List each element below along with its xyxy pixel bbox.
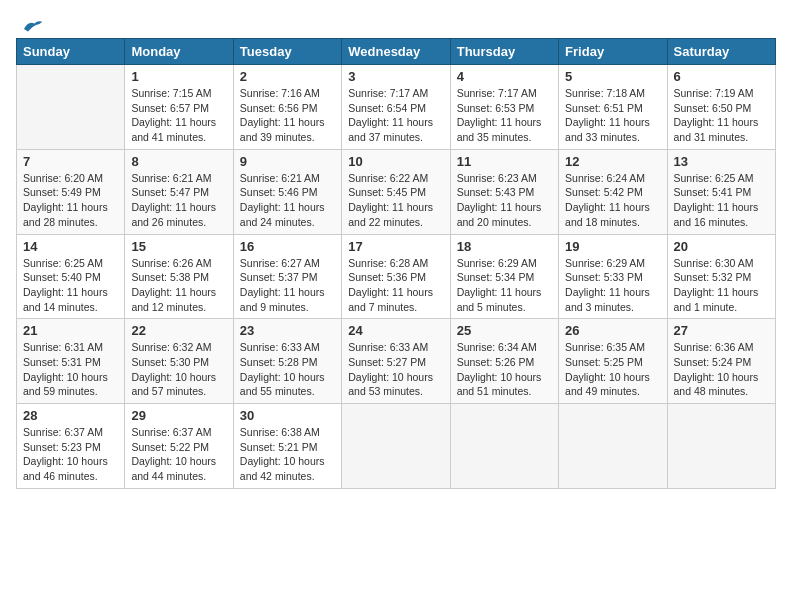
calendar-cell: 27Sunrise: 6:36 AMSunset: 5:24 PMDayligh… — [667, 319, 775, 404]
calendar-day-header: Tuesday — [233, 39, 341, 65]
day-info: Sunrise: 6:30 AMSunset: 5:32 PMDaylight:… — [674, 256, 769, 315]
calendar-week-row: 7Sunrise: 6:20 AMSunset: 5:49 PMDaylight… — [17, 149, 776, 234]
calendar-day-header: Friday — [559, 39, 667, 65]
calendar-cell: 12Sunrise: 6:24 AMSunset: 5:42 PMDayligh… — [559, 149, 667, 234]
day-info: Sunrise: 6:29 AMSunset: 5:34 PMDaylight:… — [457, 256, 552, 315]
day-info: Sunrise: 7:17 AMSunset: 6:54 PMDaylight:… — [348, 86, 443, 145]
calendar-cell — [342, 404, 450, 489]
calendar-cell: 21Sunrise: 6:31 AMSunset: 5:31 PMDayligh… — [17, 319, 125, 404]
day-info: Sunrise: 7:19 AMSunset: 6:50 PMDaylight:… — [674, 86, 769, 145]
day-number: 24 — [348, 323, 443, 338]
day-number: 10 — [348, 154, 443, 169]
calendar-cell: 29Sunrise: 6:37 AMSunset: 5:22 PMDayligh… — [125, 404, 233, 489]
calendar-day-header: Wednesday — [342, 39, 450, 65]
calendar-day-header: Sunday — [17, 39, 125, 65]
day-info: Sunrise: 6:35 AMSunset: 5:25 PMDaylight:… — [565, 340, 660, 399]
day-number: 6 — [674, 69, 769, 84]
day-info: Sunrise: 6:29 AMSunset: 5:33 PMDaylight:… — [565, 256, 660, 315]
calendar-cell — [450, 404, 558, 489]
day-number: 19 — [565, 239, 660, 254]
calendar-cell: 22Sunrise: 6:32 AMSunset: 5:30 PMDayligh… — [125, 319, 233, 404]
calendar-cell: 23Sunrise: 6:33 AMSunset: 5:28 PMDayligh… — [233, 319, 341, 404]
day-info: Sunrise: 6:25 AMSunset: 5:41 PMDaylight:… — [674, 171, 769, 230]
day-info: Sunrise: 7:18 AMSunset: 6:51 PMDaylight:… — [565, 86, 660, 145]
calendar-cell: 7Sunrise: 6:20 AMSunset: 5:49 PMDaylight… — [17, 149, 125, 234]
day-number: 25 — [457, 323, 552, 338]
day-number: 3 — [348, 69, 443, 84]
day-number: 28 — [23, 408, 118, 423]
calendar-cell: 16Sunrise: 6:27 AMSunset: 5:37 PMDayligh… — [233, 234, 341, 319]
day-info: Sunrise: 6:34 AMSunset: 5:26 PMDaylight:… — [457, 340, 552, 399]
calendar-week-row: 21Sunrise: 6:31 AMSunset: 5:31 PMDayligh… — [17, 319, 776, 404]
calendar-cell: 2Sunrise: 7:16 AMSunset: 6:56 PMDaylight… — [233, 65, 341, 150]
day-info: Sunrise: 6:27 AMSunset: 5:37 PMDaylight:… — [240, 256, 335, 315]
day-info: Sunrise: 6:25 AMSunset: 5:40 PMDaylight:… — [23, 256, 118, 315]
day-info: Sunrise: 6:33 AMSunset: 5:28 PMDaylight:… — [240, 340, 335, 399]
day-number: 29 — [131, 408, 226, 423]
day-info: Sunrise: 6:20 AMSunset: 5:49 PMDaylight:… — [23, 171, 118, 230]
calendar-cell: 14Sunrise: 6:25 AMSunset: 5:40 PMDayligh… — [17, 234, 125, 319]
calendar-cell — [667, 404, 775, 489]
day-info: Sunrise: 6:37 AMSunset: 5:23 PMDaylight:… — [23, 425, 118, 484]
day-info: Sunrise: 6:31 AMSunset: 5:31 PMDaylight:… — [23, 340, 118, 399]
page-header — [16, 16, 776, 30]
calendar-day-header: Thursday — [450, 39, 558, 65]
day-info: Sunrise: 7:17 AMSunset: 6:53 PMDaylight:… — [457, 86, 552, 145]
calendar-cell: 15Sunrise: 6:26 AMSunset: 5:38 PMDayligh… — [125, 234, 233, 319]
day-info: Sunrise: 7:15 AMSunset: 6:57 PMDaylight:… — [131, 86, 226, 145]
calendar-cell: 25Sunrise: 6:34 AMSunset: 5:26 PMDayligh… — [450, 319, 558, 404]
day-number: 21 — [23, 323, 118, 338]
day-number: 13 — [674, 154, 769, 169]
day-info: Sunrise: 6:36 AMSunset: 5:24 PMDaylight:… — [674, 340, 769, 399]
calendar-cell: 19Sunrise: 6:29 AMSunset: 5:33 PMDayligh… — [559, 234, 667, 319]
calendar-cell: 6Sunrise: 7:19 AMSunset: 6:50 PMDaylight… — [667, 65, 775, 150]
day-info: Sunrise: 6:23 AMSunset: 5:43 PMDaylight:… — [457, 171, 552, 230]
day-number: 18 — [457, 239, 552, 254]
day-number: 16 — [240, 239, 335, 254]
calendar-cell: 20Sunrise: 6:30 AMSunset: 5:32 PMDayligh… — [667, 234, 775, 319]
calendar-cell: 24Sunrise: 6:33 AMSunset: 5:27 PMDayligh… — [342, 319, 450, 404]
calendar-day-header: Saturday — [667, 39, 775, 65]
calendar-cell: 10Sunrise: 6:22 AMSunset: 5:45 PMDayligh… — [342, 149, 450, 234]
day-info: Sunrise: 6:37 AMSunset: 5:22 PMDaylight:… — [131, 425, 226, 484]
calendar-week-row: 1Sunrise: 7:15 AMSunset: 6:57 PMDaylight… — [17, 65, 776, 150]
day-number: 5 — [565, 69, 660, 84]
calendar-cell: 8Sunrise: 6:21 AMSunset: 5:47 PMDaylight… — [125, 149, 233, 234]
day-info: Sunrise: 6:32 AMSunset: 5:30 PMDaylight:… — [131, 340, 226, 399]
logo — [16, 16, 44, 30]
day-number: 20 — [674, 239, 769, 254]
calendar-cell: 11Sunrise: 6:23 AMSunset: 5:43 PMDayligh… — [450, 149, 558, 234]
calendar-cell — [17, 65, 125, 150]
calendar-day-header: Monday — [125, 39, 233, 65]
calendar-header: SundayMondayTuesdayWednesdayThursdayFrid… — [17, 39, 776, 65]
day-number: 2 — [240, 69, 335, 84]
day-number: 12 — [565, 154, 660, 169]
day-info: Sunrise: 6:21 AMSunset: 5:47 PMDaylight:… — [131, 171, 226, 230]
day-number: 7 — [23, 154, 118, 169]
calendar-cell: 1Sunrise: 7:15 AMSunset: 6:57 PMDaylight… — [125, 65, 233, 150]
day-info: Sunrise: 6:38 AMSunset: 5:21 PMDaylight:… — [240, 425, 335, 484]
calendar-cell: 9Sunrise: 6:21 AMSunset: 5:46 PMDaylight… — [233, 149, 341, 234]
calendar-cell: 28Sunrise: 6:37 AMSunset: 5:23 PMDayligh… — [17, 404, 125, 489]
day-info: Sunrise: 6:28 AMSunset: 5:36 PMDaylight:… — [348, 256, 443, 315]
calendar-body: 1Sunrise: 7:15 AMSunset: 6:57 PMDaylight… — [17, 65, 776, 489]
day-number: 26 — [565, 323, 660, 338]
day-number: 11 — [457, 154, 552, 169]
day-info: Sunrise: 6:21 AMSunset: 5:46 PMDaylight:… — [240, 171, 335, 230]
calendar-cell: 4Sunrise: 7:17 AMSunset: 6:53 PMDaylight… — [450, 65, 558, 150]
day-info: Sunrise: 6:33 AMSunset: 5:27 PMDaylight:… — [348, 340, 443, 399]
day-info: Sunrise: 6:26 AMSunset: 5:38 PMDaylight:… — [131, 256, 226, 315]
calendar-cell: 17Sunrise: 6:28 AMSunset: 5:36 PMDayligh… — [342, 234, 450, 319]
day-info: Sunrise: 6:22 AMSunset: 5:45 PMDaylight:… — [348, 171, 443, 230]
day-number: 1 — [131, 69, 226, 84]
calendar-cell: 26Sunrise: 6:35 AMSunset: 5:25 PMDayligh… — [559, 319, 667, 404]
day-number: 23 — [240, 323, 335, 338]
day-number: 8 — [131, 154, 226, 169]
day-number: 30 — [240, 408, 335, 423]
calendar-cell: 3Sunrise: 7:17 AMSunset: 6:54 PMDaylight… — [342, 65, 450, 150]
logo-bird-icon — [20, 16, 44, 34]
day-number: 17 — [348, 239, 443, 254]
calendar-cell: 30Sunrise: 6:38 AMSunset: 5:21 PMDayligh… — [233, 404, 341, 489]
day-number: 9 — [240, 154, 335, 169]
calendar-cell: 18Sunrise: 6:29 AMSunset: 5:34 PMDayligh… — [450, 234, 558, 319]
